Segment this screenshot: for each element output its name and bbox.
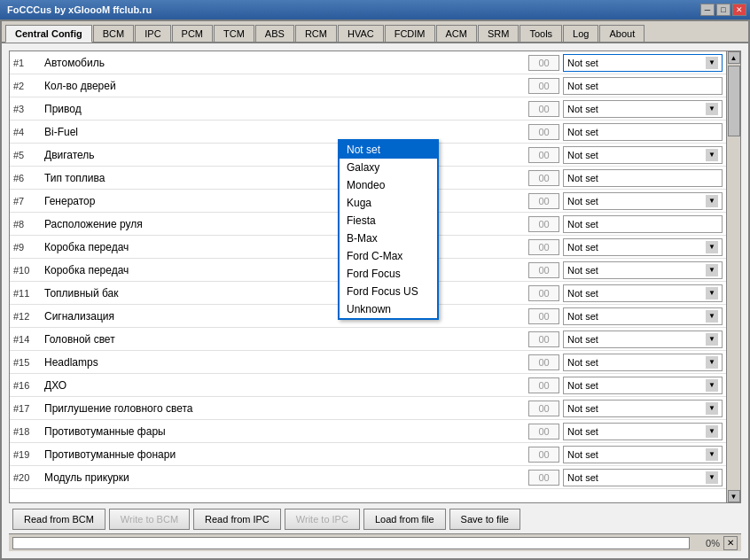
dropdown-value: Not set	[567, 58, 598, 68]
dropdown-arrow-icon: ▼	[706, 310, 718, 323]
table-row: #16 ДХО 00 Not set ▼	[10, 374, 726, 397]
hex-value[interactable]: 00	[528, 239, 559, 255]
read-bcm-button[interactable]: Read from BCM	[12, 509, 105, 530]
dropdown-item-kuga[interactable]: Kuga	[340, 194, 437, 212]
dropdown-doors[interactable]: Not set	[563, 77, 723, 95]
tab-central-config[interactable]: Central Config	[5, 25, 92, 43]
row-label: Headlamps	[44, 356, 528, 369]
tab-tools[interactable]: Tools	[520, 25, 562, 42]
hex-value[interactable]: 00	[528, 170, 559, 186]
hex-value[interactable]: 00	[528, 331, 559, 347]
dropdown-item-unknown[interactable]: Unknown	[340, 300, 437, 318]
dropdown-item-focus-us[interactable]: Ford Focus US	[340, 283, 437, 300]
dropdown-fog-rear[interactable]: Not set ▼	[563, 446, 723, 463]
progress-label: 0%	[693, 538, 720, 548]
dropdown-generator[interactable]: Not set ▼	[563, 192, 723, 210]
dropdown-steering[interactable]: Not set	[563, 215, 723, 233]
row-number: #4	[13, 127, 44, 137]
dropdown-fuel-type[interactable]: Not set	[563, 169, 723, 187]
dropdown-headlight[interactable]: Not set ▼	[563, 331, 723, 348]
load-file-button[interactable]: Load from file	[363, 509, 446, 530]
dropdown-gearbox10[interactable]: Not set ▼	[563, 261, 723, 279]
minimize-button[interactable]: ─	[700, 4, 715, 16]
dropdown-lighter[interactable]: Not set ▼	[563, 469, 723, 486]
table-row: #17 Приглушение головного света 00 Not s…	[10, 397, 726, 420]
tab-ipc[interactable]: IPC	[135, 25, 170, 42]
table-row: #14 Головной свет 00 Not set ▼	[10, 328, 726, 351]
dropdown-engine[interactable]: Not set ▼	[563, 146, 723, 164]
dropdown-automob[interactable]: Not set ▼	[563, 54, 723, 72]
row-label: ДХО	[44, 379, 528, 392]
hex-value[interactable]: 00	[528, 308, 559, 324]
row-number: #14	[13, 334, 44, 345]
hex-value[interactable]: 00	[528, 285, 559, 301]
hex-value[interactable]: 00	[528, 262, 559, 278]
dropdown-gearbox9[interactable]: Not set ▼	[563, 238, 723, 256]
tab-log[interactable]: Log	[563, 25, 598, 42]
tab-about[interactable]: About	[599, 25, 645, 42]
dropdown-value: Not set	[567, 150, 598, 160]
hex-value[interactable]: 00	[528, 354, 559, 370]
scroll-down-button[interactable]: ▼	[728, 490, 740, 502]
dropdown-value: Not set	[567, 357, 598, 368]
row-label: Приглушение головного света	[44, 402, 528, 415]
hex-value[interactable]: 00	[528, 193, 559, 209]
dropdown-dimming[interactable]: Not set ▼	[563, 400, 723, 417]
dropdown-drive[interactable]: Not set ▼	[563, 100, 723, 118]
hex-value[interactable]: 00	[528, 101, 559, 117]
dropdown-arrow-icon: ▼	[706, 103, 718, 115]
dropdown-tank[interactable]: Not set ▼	[563, 284, 723, 302]
tab-fcdim[interactable]: FCDIM	[385, 25, 435, 42]
row-label: Двигатель	[44, 149, 528, 161]
write-bcm-button[interactable]: Write to BCM	[109, 509, 190, 530]
row-label: Автомобиль	[44, 57, 528, 69]
tab-acm[interactable]: ACM	[436, 25, 477, 42]
hex-value[interactable]: 00	[528, 216, 559, 232]
dropdown-value: Not set	[567, 173, 598, 183]
dropdown-value: Not set	[567, 127, 598, 137]
tab-hvac[interactable]: HVAC	[338, 25, 384, 42]
hex-value[interactable]: 00	[528, 377, 559, 393]
dropdown-alarm[interactable]: Not set ▼	[563, 307, 723, 325]
dropdown-item-cmax[interactable]: Ford C-Max	[340, 247, 437, 265]
hex-value[interactable]: 00	[528, 78, 559, 94]
dropdown-item-galaxy[interactable]: Galaxy	[340, 159, 437, 176]
dropdown-fog-front[interactable]: Not set ▼	[563, 423, 723, 440]
dropdown-item-fiesta[interactable]: Fiesta	[340, 212, 437, 229]
row-number: #19	[13, 449, 44, 460]
hex-value[interactable]: 00	[528, 147, 559, 163]
tab-abs[interactable]: ABS	[255, 25, 294, 42]
hex-value[interactable]: 00	[528, 447, 559, 463]
tab-srm[interactable]: SRM	[478, 25, 519, 42]
dropdown-item-focus[interactable]: Ford Focus	[340, 265, 437, 283]
dropdown-item-mondeo[interactable]: Mondeo	[340, 176, 437, 194]
maximize-button[interactable]: □	[716, 4, 730, 16]
scroll-up-button[interactable]: ▲	[728, 51, 740, 64]
hex-value[interactable]: 00	[528, 55, 559, 71]
tab-pcm[interactable]: PCM	[172, 25, 213, 42]
table-row: #18 Противотуманные фары 00 Not set ▼	[10, 420, 726, 443]
tab-bcm[interactable]: BCM	[93, 25, 134, 42]
row-label: Противотуманные фонари	[44, 448, 528, 461]
scrollbar-thumb[interactable]	[728, 66, 740, 136]
hex-value[interactable]: 00	[528, 124, 559, 140]
dropdown-drl[interactable]: Not set ▼	[563, 377, 723, 394]
close-button[interactable]: ✕	[732, 4, 746, 16]
scrollbar[interactable]: ▲ ▼	[726, 51, 740, 502]
save-file-button[interactable]: Save to file	[449, 509, 520, 530]
hex-value[interactable]: 00	[528, 401, 559, 416]
dropdown-item-notset[interactable]: Not set	[340, 141, 437, 159]
read-ipc-button[interactable]: Read from IPC	[193, 509, 281, 530]
dropdown-headlamps[interactable]: Not set ▼	[563, 354, 723, 371]
hex-value[interactable]: 00	[528, 470, 559, 486]
hex-value[interactable]: 00	[528, 424, 559, 439]
tab-tcm[interactable]: TCM	[214, 25, 254, 42]
progress-cancel-button[interactable]: ✕	[723, 536, 738, 550]
dropdown-value: Not set	[567, 334, 598, 345]
write-ipc-button[interactable]: Write to IPC	[285, 509, 360, 530]
dropdown-bifuel[interactable]: Not set	[563, 123, 723, 141]
dropdown-item-bmax[interactable]: B-Max	[340, 229, 437, 247]
tab-rcm[interactable]: RCM	[295, 25, 337, 42]
row-label: Привод	[44, 103, 528, 115]
row-label: Коробка передач	[44, 264, 528, 276]
